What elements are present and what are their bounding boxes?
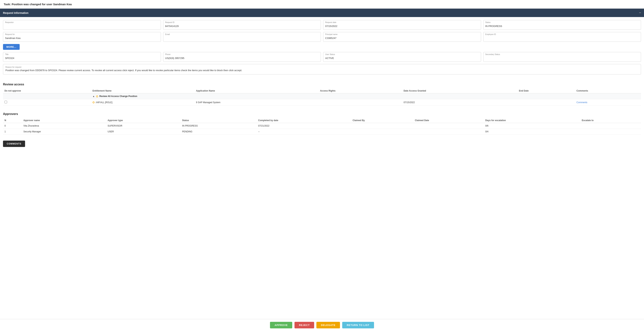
email-value bbox=[165, 34, 319, 37]
requestor-value bbox=[5, 22, 159, 25]
secondary-status-field: Secondary Status bbox=[483, 52, 641, 62]
access-rights-cell bbox=[318, 99, 402, 106]
row-comments-link[interactable]: Comments bbox=[576, 101, 587, 104]
approve-button[interactable]: APPROVE bbox=[270, 322, 292, 328]
col-completed-by-date: Completed by date bbox=[257, 118, 351, 123]
application-name-cell: 9 SAP Managed System bbox=[194, 99, 319, 106]
col-escalate-to: Escalate to bbox=[580, 118, 641, 123]
status-label: Status bbox=[485, 21, 490, 24]
request-date-value: 07/15/2022 bbox=[325, 22, 479, 28]
col-access-rights: Access Rights bbox=[318, 88, 402, 93]
entitlement-status-dot bbox=[92, 102, 94, 103]
user-status-field: User Status ACTIVE bbox=[323, 52, 481, 62]
review-table-row: /AIF/ALL [ROLE] 9 SAP Managed System 07/… bbox=[3, 99, 641, 106]
group-name-label: Review All Access Change Position bbox=[99, 95, 137, 98]
col-entitlement-name: Entitlement Name bbox=[91, 88, 194, 93]
approver-claimed-date-0 bbox=[413, 123, 484, 129]
request-id-field: Request ID 8470414129 bbox=[163, 20, 321, 30]
col-approver-name: Approver name bbox=[22, 118, 106, 123]
approvers-header-row: N Approver name Approver type Status Com… bbox=[3, 118, 641, 123]
approver-name-1: Security Manager bbox=[22, 129, 106, 135]
date-granted-cell: 07/15/2022 bbox=[402, 99, 517, 106]
col-end-date: End Date bbox=[517, 88, 575, 93]
do-not-approve-checkbox[interactable] bbox=[4, 101, 7, 103]
approver-days-escalation-0: 0/6 bbox=[484, 123, 580, 129]
comments-link-cell[interactable]: Comments bbox=[575, 99, 641, 106]
col-claimed-by: Claimed By bbox=[351, 118, 413, 123]
approver-status-1: PENDING bbox=[180, 129, 256, 135]
approver-escalate-to-1 bbox=[580, 129, 641, 135]
col-days-escalation: Days for escalation bbox=[484, 118, 580, 123]
approver-row-1: 1 Security Manager USER PENDING -- 0/4 bbox=[3, 129, 641, 135]
title-label: Title bbox=[5, 53, 8, 55]
approver-days-escalation-1: 0/4 bbox=[484, 129, 580, 135]
status-value: IN PROGRESS bbox=[485, 22, 639, 28]
approvers-title: Approvers bbox=[3, 112, 641, 116]
bottom-action-bar: APPROVE REJECT DELEGATE RETURN TO LIST bbox=[0, 319, 644, 331]
title-field: Title SPO324 bbox=[3, 52, 161, 62]
entitlement-name-value: /AIF/ALL [ROLE] bbox=[96, 101, 112, 104]
approver-status-0: IN PROGRESS bbox=[180, 123, 256, 129]
approvers-section: Approvers N Approver name Approver type … bbox=[0, 109, 644, 138]
col-comments: Comments bbox=[575, 88, 641, 93]
request-info-title: Request Information bbox=[3, 12, 28, 15]
reason-field: Reason for request Position was changed … bbox=[3, 64, 641, 75]
page-wrapper: Task: Position was changed for user Sand… bbox=[0, 0, 644, 331]
user-status-label: User Status bbox=[325, 53, 335, 55]
approvers-table: N Approver name Approver type Status Com… bbox=[3, 118, 641, 135]
form-row-2: Request for Sandman Kea Email Principal … bbox=[3, 32, 641, 42]
review-access-section: Review access Do not approve Entitlement… bbox=[0, 80, 644, 109]
review-access-title: Review access bbox=[3, 83, 641, 86]
approver-n-1: 1 bbox=[3, 129, 22, 135]
group-status-dot bbox=[96, 96, 98, 97]
email-label: Email bbox=[165, 33, 170, 35]
page-title: Task: Position was changed for user Sand… bbox=[0, 0, 644, 9]
col-application-name: Application Name bbox=[194, 88, 319, 93]
request-date-label: Request date bbox=[325, 21, 336, 24]
approver-escalate-to-0 bbox=[580, 123, 641, 129]
request-for-field: Request for Sandman Kea bbox=[3, 32, 161, 42]
col-status: Status bbox=[180, 118, 256, 123]
approver-claimed-date-1 bbox=[413, 129, 484, 135]
approver-type-1: USER bbox=[106, 129, 180, 135]
approver-n-0: 0 bbox=[3, 123, 22, 129]
user-status-value: ACTIVE bbox=[325, 54, 479, 60]
approver-completed-0: 07/21/2022 bbox=[257, 123, 351, 129]
employee-id-label: Employee ID bbox=[485, 33, 496, 35]
approver-completed-1: -- bbox=[257, 129, 351, 135]
request-for-value: Sandman Kea bbox=[5, 34, 159, 40]
approver-type-0: SUPERVISOR bbox=[106, 123, 180, 129]
col-approver-type: Approver type bbox=[106, 118, 180, 123]
comments-button[interactable]: COMMENTS bbox=[3, 141, 25, 147]
review-group-row: ▲ Review All Access Change Position bbox=[3, 93, 641, 99]
principal-name-value: C3385247 bbox=[325, 34, 479, 40]
reason-label: Reason for request bbox=[6, 66, 638, 68]
request-for-label: Request for bbox=[5, 33, 15, 35]
employee-id-field: Employee ID bbox=[483, 32, 641, 42]
approver-claimed-by-1 bbox=[351, 129, 413, 135]
phone-value: US(919) 3957295 bbox=[165, 54, 319, 60]
form-row-3: Title SPO324 Phone US(919) 3957295 User … bbox=[3, 52, 641, 62]
delegate-button[interactable]: DELEGATE bbox=[316, 322, 340, 328]
review-table: Do not approve Entitlement Name Applicat… bbox=[3, 88, 641, 106]
approver-name-0: Vita Zhuravleva bbox=[22, 123, 106, 129]
return-to-list-button[interactable]: RETURN TO LIST bbox=[342, 322, 374, 328]
reject-button[interactable]: REJECT bbox=[294, 322, 314, 328]
col-do-not-approve: Do not approve bbox=[3, 88, 91, 93]
request-info-header: Request Information − bbox=[0, 9, 644, 17]
collapse-icon[interactable]: − bbox=[639, 11, 641, 15]
principal-name-label: Principal name bbox=[325, 33, 338, 35]
more-button[interactable]: MORE... bbox=[3, 44, 20, 50]
request-id-label: Request ID bbox=[165, 21, 174, 24]
review-table-header-row: Do not approve Entitlement Name Applicat… bbox=[3, 88, 641, 93]
expand-arrow-icon[interactable]: ▲ bbox=[92, 95, 95, 98]
do-not-approve-cell[interactable] bbox=[3, 99, 91, 106]
col-n: N bbox=[3, 118, 22, 123]
review-group-name: ▲ Review All Access Change Position bbox=[91, 93, 641, 99]
requestor-field: Requestor bbox=[3, 20, 161, 30]
email-field: Email bbox=[163, 32, 321, 42]
phone-label: Phone bbox=[165, 53, 171, 55]
employee-id-value bbox=[485, 34, 639, 37]
entitlement-cell: /AIF/ALL [ROLE] bbox=[91, 99, 194, 106]
secondary-status-label: Secondary Status bbox=[485, 53, 500, 55]
